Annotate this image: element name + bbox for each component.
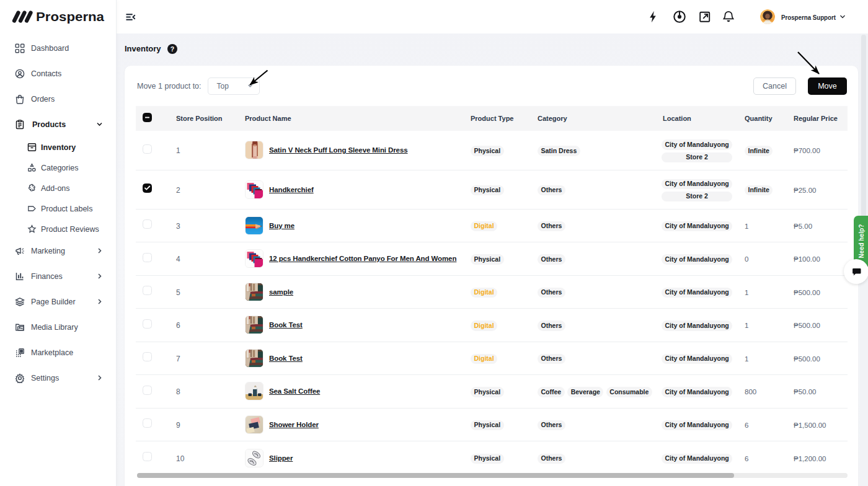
svg-text:?: ? [170, 45, 174, 52]
svg-text:Prosperna: Prosperna [36, 10, 105, 24]
svg-text:Prosperna Support: Prosperna Support [781, 14, 836, 21]
